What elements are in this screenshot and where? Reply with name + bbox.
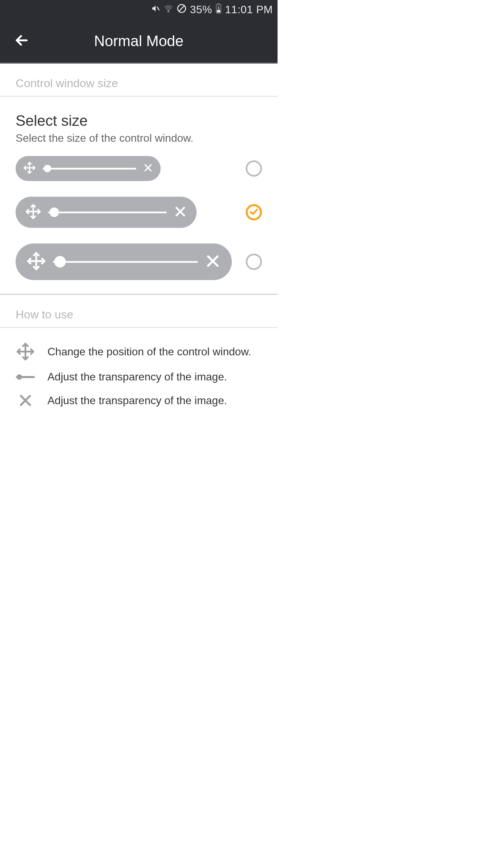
slider-knob (54, 256, 66, 268)
select-size-title: Select size (16, 112, 262, 129)
close-icon (205, 253, 221, 271)
app-bar: Normal Mode (0, 19, 278, 64)
no-sim-icon (177, 4, 186, 16)
wifi-icon (164, 4, 173, 15)
slider-preview (53, 261, 198, 263)
howto-item-slider: Adjust the transparency of the image. (16, 371, 262, 383)
howto-item-move: Change the position of the control windo… (16, 342, 262, 361)
move-icon (16, 342, 35, 361)
how-to-list: Change the position of the control windo… (0, 328, 278, 422)
svg-point-2 (168, 11, 169, 12)
section-heading-label: How to use (16, 308, 73, 321)
howto-text: Adjust the transparency of the image. (47, 394, 227, 407)
size-options (0, 144, 278, 295)
select-size-block: Select size Select the size of the contr… (0, 97, 278, 144)
move-icon (26, 251, 46, 272)
slider-preview (48, 212, 167, 213)
slider-icon (16, 376, 35, 378)
check-icon (249, 207, 259, 218)
howto-item-close: Adjust the transparency of the image. (16, 393, 262, 408)
size-option-medium[interactable] (16, 197, 262, 228)
section-heading-label: Control window size (16, 77, 118, 90)
status-bar: 35% 11:01 PM (0, 0, 278, 19)
section-heading-control-window: Control window size (0, 64, 278, 97)
close-icon (143, 163, 153, 174)
size-option-small[interactable] (16, 156, 262, 181)
select-size-description: Select the size of the control window. (16, 132, 262, 144)
back-button[interactable] (14, 33, 29, 49)
svg-line-0 (157, 7, 160, 11)
radio-size-large[interactable] (246, 254, 262, 270)
battery-icon (216, 3, 222, 16)
section-heading-howto: How to use (0, 295, 278, 328)
status-time: 11:01 PM (225, 3, 273, 16)
svg-line-4 (179, 5, 184, 11)
howto-text: Change the position of the control windo… (47, 346, 251, 358)
close-icon (174, 205, 187, 220)
control-pill-preview-medium (16, 197, 197, 228)
radio-size-medium[interactable] (246, 204, 262, 220)
svg-rect-6 (218, 3, 219, 4)
howto-text: Adjust the transparency of the image. (47, 371, 227, 383)
move-icon (23, 161, 36, 176)
battery-percentage: 35% (190, 3, 212, 16)
size-option-large[interactable] (16, 243, 262, 280)
slider-preview (43, 168, 136, 170)
slider-knob (44, 165, 51, 172)
slider-knob (49, 208, 59, 217)
page-title: Normal Mode (7, 33, 271, 50)
status-icons (151, 4, 186, 16)
move-icon (25, 203, 41, 221)
mute-icon (151, 4, 160, 15)
control-pill-preview-large (16, 243, 232, 280)
close-icon (16, 393, 35, 408)
control-pill-preview-small (16, 156, 161, 181)
radio-size-small[interactable] (246, 160, 262, 177)
